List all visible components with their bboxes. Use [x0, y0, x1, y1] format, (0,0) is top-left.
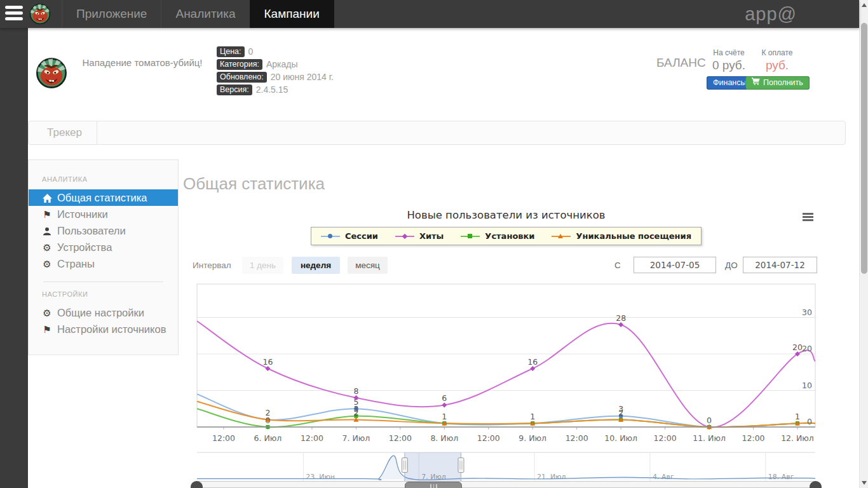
svg-text:23. Июн: 23. Июн: [306, 473, 335, 481]
svg-text:1: 1: [795, 412, 800, 421]
badge-row: Цена: 0: [217, 46, 334, 57]
legend-label: Хиты: [419, 231, 444, 241]
main-chart[interactable]: 12:006. Июл12:007. Июл12:008. Июл12:009.…: [183, 280, 845, 447]
svg-text:2: 2: [353, 408, 358, 417]
badge-value: 0: [248, 46, 254, 57]
page-scrollbar-thumb[interactable]: [861, 23, 867, 274]
tab-analytics[interactable]: Аналитика: [161, 0, 249, 28]
sidebar-section-settings: НАСТРОЙКИ: [42, 290, 178, 298]
chart-scrollbar-track[interactable]: [197, 481, 815, 488]
badge-value: 20 июня 2014 г.: [271, 72, 334, 82]
chart-scrollbar-thumb[interactable]: [405, 482, 462, 488]
legend-item-installs[interactable]: Установки: [461, 231, 534, 241]
app-title: Нападение томатов-убийц!: [70, 57, 215, 68]
svg-text:12:00: 12:00: [389, 433, 412, 443]
legend-item-hits[interactable]: Хиты: [395, 231, 444, 241]
sidebar-item-overall-stats[interactable]: Общая статистика: [29, 189, 178, 206]
app-avatar-icon: [36, 57, 67, 89]
chart-title: Новые пользователи из источников: [197, 209, 815, 221]
badge-label: Категория:: [217, 59, 262, 70]
svg-text:8: 8: [353, 386, 358, 396]
svg-text:12:00: 12:00: [301, 433, 323, 443]
legend-item-sessions[interactable]: Сессии: [321, 231, 378, 241]
home-icon: [41, 193, 53, 203]
tracker-tab[interactable]: Трекер: [32, 121, 97, 144]
page-scrollbar[interactable]: [859, 0, 868, 488]
sidebar-section-analytics: АНАЛИТИКА: [42, 175, 178, 183]
svg-text:12:00: 12:00: [742, 433, 765, 443]
badge-value: Аркады: [266, 59, 298, 69]
interval-month-button[interactable]: месяц: [348, 257, 388, 274]
badge-label: Цена:: [217, 46, 245, 57]
svg-text:4. Авг: 4. Авг: [653, 473, 674, 481]
svg-text:20: 20: [792, 342, 803, 352]
chart-legend: Сессии Хиты Установки Уникальные посещен…: [197, 227, 815, 245]
sidebar-item-devices[interactable]: ⚙ Устройства: [29, 239, 178, 255]
legend-label: Установки: [485, 231, 534, 241]
date-from-input[interactable]: [634, 257, 716, 273]
tab-application[interactable]: Приложение: [62, 0, 161, 28]
svg-text:11. Июл: 11. Июл: [693, 433, 726, 443]
finance-button-label: Финансы: [713, 76, 746, 90]
svg-text:6: 6: [442, 393, 447, 403]
svg-text:16: 16: [527, 357, 538, 367]
svg-text:30: 30: [802, 308, 812, 317]
date-to-input[interactable]: [743, 257, 817, 273]
left-rail: [0, 28, 28, 488]
sidebar-item-label: Настройки источников: [57, 323, 166, 336]
svg-text:21. Июл: 21. Июл: [537, 473, 566, 481]
gear-icon: ⚙: [41, 308, 53, 318]
sidebar-item-countries[interactable]: ⚙ Страны: [29, 255, 178, 272]
sidebar-item-sources[interactable]: ⚑ Источники: [29, 206, 178, 222]
legend-item-uniques[interactable]: Уникальные посещения: [552, 231, 691, 241]
svg-text:0: 0: [807, 417, 812, 426]
topup-button[interactable]: Пополнить: [745, 76, 810, 90]
svg-text:0: 0: [707, 416, 712, 425]
interval-label: Интервал: [193, 261, 231, 270]
svg-text:12:00: 12:00: [654, 433, 677, 443]
svg-text:16: 16: [263, 357, 273, 367]
gear-icon: ⚙: [41, 259, 53, 269]
scroll-right-button[interactable]: [810, 481, 822, 488]
scroll-up-icon[interactable]: [862, 3, 867, 7]
sidebar-item-general-settings[interactable]: ⚙ Общие настройки: [29, 304, 178, 321]
badge-row: Обновлено: 20 июня 2014 г.: [217, 72, 334, 82]
app-logo-icon[interactable]: [29, 3, 51, 25]
chart-menu-icon[interactable]: [803, 213, 814, 222]
svg-text:1: 1: [530, 412, 535, 421]
account-value: 0 руб.: [708, 58, 750, 72]
svg-text:10. Июл: 10. Июл: [604, 433, 637, 443]
scrollbar-grip-icon: [430, 484, 437, 488]
legend-label: Сессии: [345, 231, 378, 241]
interval-week-button[interactable]: неделя: [292, 257, 340, 274]
scroll-down-icon[interactable]: [862, 481, 867, 485]
series-swatch: [321, 236, 340, 237]
svg-text:12:00: 12:00: [212, 433, 235, 443]
sidebar-item-source-settings[interactable]: ⚑ Настройки источников: [29, 321, 178, 337]
series-swatch: [461, 236, 480, 237]
due-label: К оплате: [756, 48, 798, 57]
sidebar-item-label: Общие настройки: [57, 307, 144, 319]
balance-title: БАЛАНС: [656, 56, 706, 70]
svg-text:10: 10: [802, 381, 812, 390]
svg-text:18. Авг: 18. Авг: [768, 473, 794, 481]
svg-text:12. Июл: 12. Июл: [781, 433, 814, 443]
tab-campaigns[interactable]: Кампании: [250, 0, 334, 28]
legend-label: Уникальные посещения: [576, 231, 691, 241]
menu-icon[interactable]: [5, 6, 24, 22]
flag-icon: ⚑: [41, 210, 53, 219]
brand-logo: app@: [745, 0, 797, 28]
sidebar-item-users[interactable]: Пользователи: [29, 222, 178, 239]
badge-label: Обновлено:: [217, 72, 267, 83]
series-swatch: [552, 236, 571, 237]
svg-text:7. Июл: 7. Июл: [342, 433, 370, 443]
topup-button-label: Пополнить: [763, 76, 803, 90]
top-navbar: Приложение Аналитика Кампании app@: [0, 0, 859, 28]
navbar-tabs: Приложение Аналитика Кампании: [62, 0, 334, 28]
chart-navigator[interactable]: 23. Июн7. Июл21. Июл4. Авг18. Авг: [183, 449, 845, 482]
sidebar-divider: [43, 281, 163, 282]
badge-row: Категория: Аркады: [217, 59, 334, 69]
sidebar-item-label: Пользователи: [57, 225, 126, 237]
svg-text:8. Июл: 8. Июл: [430, 433, 458, 443]
sidebar-item-label: Общая статистика: [57, 192, 147, 204]
